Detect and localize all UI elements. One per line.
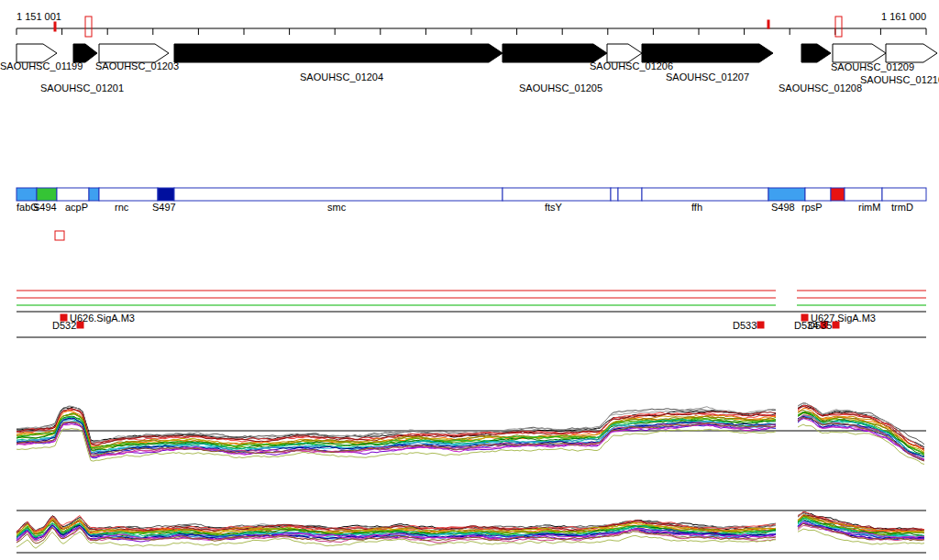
genome-browser-view: SAOUHSC_01199SAOUHSC_01201SAOUHSC_01203S…	[0, 0, 939, 560]
annotation-segment-9[interactable]	[618, 188, 642, 201]
annotation-segment-13[interactable]	[831, 188, 845, 201]
tracks-canvas[interactable]	[0, 0, 939, 560]
annotation-segment-fabG[interactable]	[17, 188, 37, 201]
annotation-segment-acpP[interactable]	[89, 188, 99, 201]
tss-marker-D534[interactable]	[821, 322, 827, 328]
expression-series-upper-expression	[17, 416, 776, 450]
annotation-segment-smc[interactable]	[174, 188, 503, 201]
gene-arrow-SAOUHSC_01203[interactable]	[99, 44, 169, 62]
annotation-segment-rpsP[interactable]	[805, 188, 831, 201]
gene-arrow-SAOUHSC_01204[interactable]	[174, 44, 503, 62]
annotation-segment-ffh[interactable]	[642, 188, 768, 201]
annotation-segment-trmD[interactable]	[882, 188, 926, 201]
annotation-segment-rimM[interactable]	[845, 188, 882, 201]
tss-marker-U627.SigA.M3[interactable]	[801, 314, 808, 321]
annotation-segment-S497[interactable]	[158, 188, 174, 201]
annotation-segment-ftsY[interactable]	[503, 188, 611, 201]
ruler-end-coordinate: 1 161 000	[881, 11, 926, 22]
gene-arrow-SAOUHSC_01209[interactable]	[833, 44, 886, 62]
tss-open-square[interactable]	[55, 231, 64, 240]
annotation-segment-rnc[interactable]	[99, 188, 158, 201]
ruler-tss-marker[interactable]	[835, 16, 842, 37]
gene-arrow-SAOUHSC_01206[interactable]	[607, 44, 642, 62]
gene-arrow-SAOUHSC_01207[interactable]	[642, 44, 773, 62]
annotation-segment-8[interactable]	[611, 188, 618, 201]
tss-marker-U626.SigA.M3[interactable]	[61, 314, 67, 321]
tss-marker-D533[interactable]	[757, 322, 764, 328]
gene-arrow-SAOUHSC_01205[interactable]	[503, 44, 607, 62]
ruler-tss-marker[interactable]	[54, 22, 56, 31]
annotation-segment-S498[interactable]	[768, 188, 805, 201]
ruler-tss-marker[interactable]	[85, 16, 92, 37]
gene-arrow-SAOUHSC_01201[interactable]	[73, 44, 97, 62]
ruler-tss-marker[interactable]	[768, 20, 769, 28]
ruler-start-coordinate: 1 151 001	[17, 11, 61, 22]
tss-marker-D535[interactable]	[833, 322, 839, 328]
gene-arrow-SAOUHSC_01199[interactable]	[17, 44, 57, 62]
annotation-segment-2[interactable]	[57, 188, 89, 201]
annotation-segment-S494[interactable]	[37, 188, 57, 201]
gene-arrow-SAOUHSC_01208[interactable]	[801, 44, 831, 62]
gene-arrow-SAOUHSC_01210[interactable]	[886, 44, 937, 62]
tss-marker-D532[interactable]	[77, 322, 83, 328]
